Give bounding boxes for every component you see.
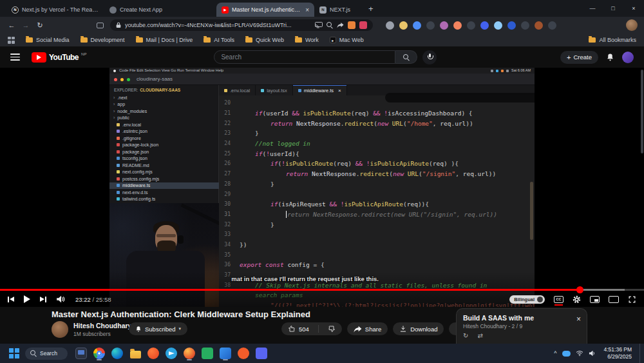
bookmark-item[interactable]: ▸Mac Web: [330, 37, 364, 43]
channel-avatar[interactable]: [52, 321, 68, 338]
apps-grid-icon[interactable]: [8, 37, 15, 44]
voice-search-button[interactable]: [422, 50, 437, 64]
minimize-button[interactable]: —: [582, 0, 603, 17]
bilingual-toggle[interactable]: Bilingual: [509, 295, 545, 304]
settings-gear-icon[interactable]: [573, 295, 581, 304]
controls-right: Bilingual CC: [509, 295, 636, 304]
onedrive-icon[interactable]: [562, 351, 571, 357]
file-explorer-icon[interactable]: [129, 346, 142, 360]
screen-tool-icon[interactable]: [75, 346, 88, 360]
tab-close-icon[interactable]: ×: [305, 6, 309, 14]
taskbar-clock[interactable]: 4:51:36 PM 6/29/2025: [604, 346, 632, 360]
cast-icon[interactable]: [315, 22, 323, 28]
reload-button[interactable]: ↻: [35, 21, 45, 30]
loop-icon[interactable]: ↻: [463, 332, 468, 339]
indigo-app-icon[interactable]: [255, 346, 268, 360]
browser-tab[interactable]: NNext.js by Vercel - The React Framew...: [6, 3, 104, 17]
forward-button[interactable]: →: [21, 21, 31, 29]
browser-tab[interactable]: NNEXT.js: [314, 3, 362, 17]
start-button[interactable]: [9, 348, 19, 358]
back-button[interactable]: ←: [6, 21, 17, 29]
extension-icon[interactable]: [507, 21, 516, 30]
vscode-icon[interactable]: [219, 346, 232, 360]
brave-icon[interactable]: [147, 346, 160, 360]
shuffle-icon[interactable]: ⇄: [477, 332, 482, 339]
telegram-icon[interactable]: [165, 346, 178, 360]
playlist-close-icon[interactable]: ×: [576, 315, 581, 324]
extension-icon[interactable]: [521, 21, 529, 30]
green-app-icon[interactable]: [201, 346, 214, 360]
file-name: README.md: [122, 163, 149, 168]
menu-icon[interactable]: [10, 54, 20, 61]
page-scrollbar[interactable]: [641, 70, 643, 153]
video-surface[interactable]: Code File Edit Selection View Go Run Ter…: [109, 68, 535, 307]
volume-icon[interactable]: [56, 295, 66, 303]
extension-icon[interactable]: [440, 21, 448, 30]
chrome-icon[interactable]: [93, 346, 106, 360]
like-button[interactable]: 504: [281, 325, 315, 333]
close-button[interactable]: ×: [623, 0, 644, 17]
mic-icon: [427, 54, 433, 61]
edge-icon[interactable]: [111, 346, 124, 360]
theater-mode-icon[interactable]: [609, 296, 619, 303]
bookmark-item[interactable]: Mail | Docs | Drive: [136, 37, 193, 43]
browser-profile-avatar[interactable]: [626, 19, 638, 31]
dislike-button[interactable]: [322, 325, 342, 333]
speaker-icon[interactable]: [589, 350, 596, 357]
bookmark-item[interactable]: Social Media: [26, 37, 70, 43]
youtube-profile-avatar[interactable]: [622, 52, 634, 63]
folder-icon: [136, 37, 143, 43]
all-bookmarks-label: All Bookmarks: [599, 37, 636, 43]
extension-badge-icon[interactable]: [359, 21, 367, 29]
extension-badge-icon[interactable]: [348, 21, 355, 29]
address-bar[interactable]: youtube.com/watch?v=-4NcENXw-iw&list=PLR…: [110, 19, 373, 31]
search-button[interactable]: [395, 50, 417, 64]
browser-tab[interactable]: Create Next App: [104, 3, 171, 17]
search-input[interactable]: Search: [214, 50, 395, 64]
previous-video-icon[interactable]: [8, 297, 14, 302]
side-panel-icon[interactable]: [97, 23, 104, 28]
browser-tab[interactable]: ▶Master Next.js Authentication:×: [216, 3, 314, 17]
progress-bar[interactable]: [0, 289, 644, 291]
download-button[interactable]: Download: [393, 322, 444, 335]
bookmark-item[interactable]: Quick Web: [245, 37, 284, 43]
wifi-icon[interactable]: [576, 350, 583, 357]
next-video-icon[interactable]: [40, 297, 46, 302]
taskbar-search[interactable]: Search: [25, 348, 68, 360]
play-icon[interactable]: [24, 295, 30, 303]
extension-icon[interactable]: [467, 21, 475, 30]
extension-icon[interactable]: [386, 21, 394, 30]
bookmark-item[interactable]: Development: [80, 37, 125, 43]
captions-icon[interactable]: CC: [554, 296, 564, 303]
firefox-icon[interactable]: [183, 346, 196, 360]
all-bookmarks-button[interactable]: All Bookmarks: [589, 37, 636, 43]
extension-icon[interactable]: [535, 21, 543, 30]
bookmark-item[interactable]: Work: [295, 37, 319, 43]
search-icon[interactable]: [327, 22, 333, 28]
file-name: next.config.mjs: [122, 170, 153, 174]
extension-icon[interactable]: [453, 21, 462, 30]
share-button[interactable]: Share: [347, 322, 388, 335]
extension-icon[interactable]: [548, 21, 556, 30]
show-desktop-button[interactable]: [639, 344, 641, 363]
youtube-logo[interactable]: YouTube NP: [32, 52, 86, 63]
extension-icon[interactable]: [494, 21, 502, 30]
extension-icon[interactable]: [426, 21, 435, 30]
code-line: 26if(!isPublicRoute(req) && !isPublicApi…: [219, 159, 535, 169]
notifications-bell-icon[interactable]: [606, 53, 614, 62]
hidden-icons-chevron[interactable]: ^: [554, 350, 556, 357]
miniplayer-icon[interactable]: [590, 296, 600, 303]
share-icon[interactable]: [337, 22, 344, 28]
playlist-title[interactable]: Build A SAAS with me: [463, 314, 580, 322]
maximize-button[interactable]: □: [603, 0, 623, 17]
subscribed-button[interactable]: Subscribed ▾: [129, 322, 187, 335]
file-icon: [117, 137, 120, 140]
bookmark-item[interactable]: AI Tools: [204, 37, 234, 43]
fullscreen-icon[interactable]: [628, 295, 636, 304]
create-button[interactable]: + Create: [560, 51, 598, 64]
orange-app-icon[interactable]: [237, 346, 250, 360]
new-tab-button[interactable]: +: [368, 4, 374, 14]
extension-icon[interactable]: [413, 21, 421, 30]
extension-icon[interactable]: [399, 21, 408, 30]
extension-icon[interactable]: [480, 21, 489, 30]
